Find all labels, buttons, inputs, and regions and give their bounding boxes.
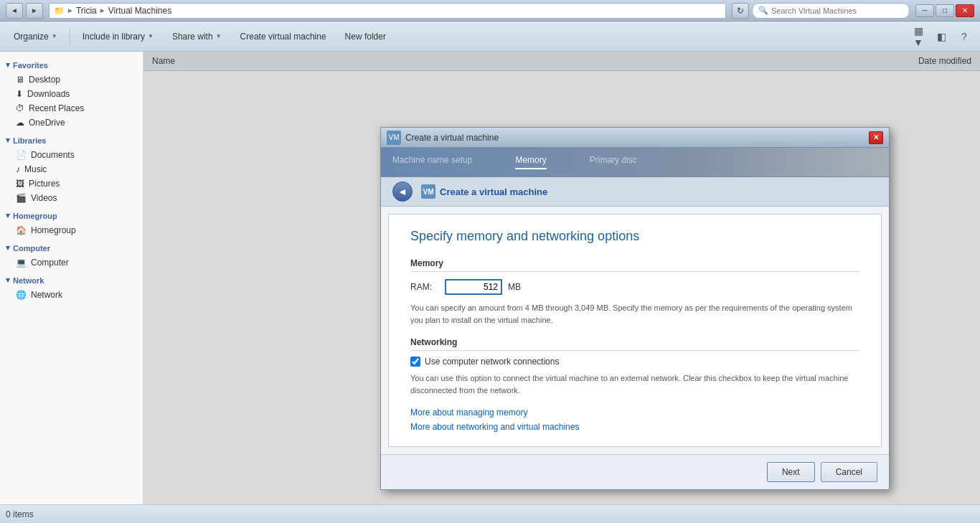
network-icon: 🌐 xyxy=(16,290,27,300)
help-button[interactable]: ? xyxy=(954,27,974,47)
homegroup-icon: 🏠 xyxy=(16,225,27,235)
memory-section: Memory RAM: MB You can specify an amount… xyxy=(410,258,859,326)
toolbar-separator-1 xyxy=(70,28,70,45)
title-bar: ◄ ► 📁 ► Tricia ► Virtual Machines ↻ 🔍 ─ … xyxy=(0,0,980,22)
sidebar-item-desktop[interactable]: 🖥 Desktop xyxy=(0,72,143,87)
wizard-header: Machine name setup Memory Primary disc xyxy=(381,148,889,177)
forward-button[interactable]: ► xyxy=(26,3,43,19)
onedrive-icon: ☁ xyxy=(16,118,24,128)
share-dropdown-arrow: ▼ xyxy=(216,33,222,39)
documents-icon: 📄 xyxy=(16,150,27,160)
networking-help-text: You can use this option to connect the v… xyxy=(410,372,859,396)
sidebar-item-network[interactable]: 🌐 Network xyxy=(0,288,143,302)
pictures-icon: 🖼 xyxy=(16,179,24,189)
homegroup-header[interactable]: ▾ Homegroup xyxy=(0,208,143,223)
new-folder-button[interactable]: New folder xyxy=(337,25,394,48)
libraries-section: ▾ Libraries 📄 Documents ♪ Music 🖼 Pictur… xyxy=(0,133,143,205)
refresh-button[interactable]: ↻ xyxy=(732,3,749,19)
sidebar-item-recent-places[interactable]: ⏱ Recent Places xyxy=(0,101,143,116)
favorites-label: Favorites xyxy=(13,61,48,70)
title-bar-left: ◄ ► 📁 ► Tricia ► Virtual Machines ↻ 🔍 xyxy=(6,3,910,19)
libraries-header[interactable]: ▾ Libraries xyxy=(0,133,143,148)
computer-header[interactable]: ▾ Computer xyxy=(0,240,143,255)
networking-section-label: Networking xyxy=(410,337,859,351)
minimize-button[interactable]: ─ xyxy=(915,4,934,17)
network-label: Network xyxy=(13,276,44,285)
back-button[interactable]: ◄ xyxy=(6,3,23,19)
dialog-section-title: Specify memory and networking options xyxy=(410,229,859,244)
content-area: Name Date modified The folder is empty. … xyxy=(143,52,980,504)
favorites-collapse-icon: ▾ xyxy=(6,60,10,70)
network-checkbox[interactable] xyxy=(410,357,420,367)
memory-row: RAM: MB xyxy=(410,279,859,295)
videos-icon: 🎬 xyxy=(16,193,27,203)
next-button[interactable]: Next xyxy=(767,462,815,482)
organize-label: Organize xyxy=(14,32,49,42)
dialog-close-button[interactable]: ✕ xyxy=(869,131,883,144)
desktop-icon: 🖥 xyxy=(16,75,24,85)
address-bar[interactable]: 📁 ► Tricia ► Virtual Machines xyxy=(49,3,726,19)
memory-help-link[interactable]: More about managing memory xyxy=(410,407,859,418)
favorites-section: ▾ Favorites 🖥 Desktop ⬇ Downloads ⏱ Rece… xyxy=(0,57,143,130)
recent-places-icon: ⏱ xyxy=(16,103,24,113)
sidebar-item-music[interactable]: ♪ Music xyxy=(0,162,143,176)
maximize-button[interactable]: □ xyxy=(936,4,954,17)
ram-input[interactable] xyxy=(445,279,502,295)
networking-section: Networking Use computer network connecti… xyxy=(410,337,859,396)
wizard-nav-bar: ◄ VM Create a virtual machine xyxy=(381,177,889,207)
breadcrumb-tricia[interactable]: Tricia xyxy=(76,6,97,16)
wizard-title-text-label: Create a virtual machine xyxy=(440,187,547,197)
include-in-library-button[interactable]: Include in library ▼ xyxy=(75,25,161,48)
sidebar-item-computer[interactable]: 💻 Computer xyxy=(0,255,143,270)
libraries-label: Libraries xyxy=(13,136,46,145)
organize-button[interactable]: Organize ▼ xyxy=(6,25,65,48)
networking-help-link[interactable]: More about networking and virtual machin… xyxy=(410,422,859,432)
sidebar-item-homegroup[interactable]: 🏠 Homegroup xyxy=(0,223,143,237)
dialog-content: Specify memory and networking options Me… xyxy=(388,214,882,447)
wizard-title: VM Create a virtual machine xyxy=(421,182,547,202)
help-icon: ? xyxy=(961,31,967,42)
libraries-collapse-icon: ▾ xyxy=(6,136,10,145)
search-icon: 🔍 xyxy=(758,6,768,15)
sidebar-item-videos[interactable]: 🎬 Videos xyxy=(0,191,143,205)
homegroup-collapse-icon: ▾ xyxy=(6,211,10,220)
wizard-vm-icon: VM xyxy=(421,184,435,199)
sidebar: ▾ Favorites 🖥 Desktop ⬇ Downloads ⏱ Rece… xyxy=(0,52,143,504)
share-with-button[interactable]: Share with ▼ xyxy=(164,25,230,48)
breadcrumb-virtual-machines[interactable]: Virtual Machines xyxy=(108,6,172,16)
music-icon: ♪ xyxy=(16,164,20,174)
window-close-button[interactable]: ✕ xyxy=(956,4,974,17)
favorites-header[interactable]: ▾ Favorites xyxy=(0,57,143,72)
sidebar-item-downloads[interactable]: ⬇ Downloads xyxy=(0,87,143,101)
main-content: ▾ Favorites 🖥 Desktop ⬇ Downloads ⏱ Rece… xyxy=(0,52,980,504)
search-input[interactable] xyxy=(771,6,886,15)
cancel-button[interactable]: Cancel xyxy=(821,462,877,482)
item-count: 0 items xyxy=(6,509,34,519)
checkbox-row: Use computer network connections xyxy=(410,357,859,367)
create-virtual-machine-button[interactable]: Create virtual machine xyxy=(232,25,334,48)
dialog-title-group: VM Create a virtual machine xyxy=(387,131,499,145)
network-collapse-icon: ▾ xyxy=(6,275,10,285)
preview-pane-button[interactable]: ◧ xyxy=(931,27,951,47)
wizard-step-2[interactable]: Memory xyxy=(515,155,546,169)
create-vm-label: Create virtual machine xyxy=(240,32,326,42)
mb-label: MB xyxy=(508,282,521,292)
search-bar-container: 🔍 xyxy=(752,3,910,19)
dialog-title-text: Create a virtual machine xyxy=(405,133,499,143)
view-options-button[interactable]: ▦ ▼ xyxy=(908,27,928,47)
dialog-title-bar: VM Create a virtual machine ✕ xyxy=(381,128,889,148)
wizard-back-button[interactable]: ◄ xyxy=(392,182,413,202)
network-header[interactable]: ▾ Network xyxy=(0,273,143,288)
homegroup-label: Homegroup xyxy=(13,212,57,220)
wizard-step-3[interactable]: Primary disc xyxy=(590,155,637,169)
organize-dropdown-arrow: ▼ xyxy=(52,33,57,39)
wizard-step-1[interactable]: Machine name setup xyxy=(392,155,472,169)
computer-icon: 💻 xyxy=(16,258,27,268)
sidebar-item-onedrive[interactable]: ☁ OneDrive xyxy=(0,116,143,130)
memory-section-label: Memory xyxy=(410,258,859,272)
checkbox-label[interactable]: Use computer network connections xyxy=(425,357,559,367)
include-dropdown-arrow: ▼ xyxy=(148,33,154,39)
homegroup-section: ▾ Homegroup 🏠 Homegroup xyxy=(0,208,143,237)
sidebar-item-documents[interactable]: 📄 Documents xyxy=(0,148,143,162)
sidebar-item-pictures[interactable]: 🖼 Pictures xyxy=(0,176,143,191)
